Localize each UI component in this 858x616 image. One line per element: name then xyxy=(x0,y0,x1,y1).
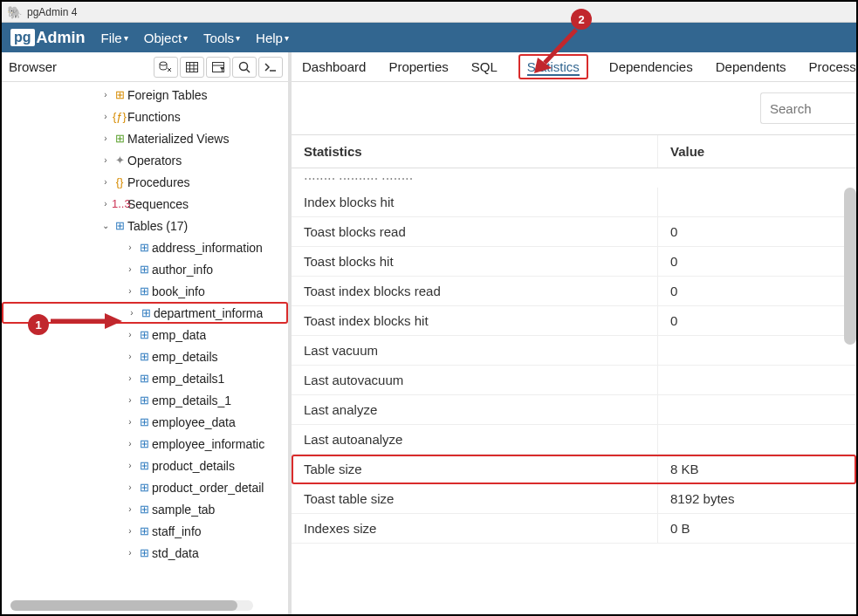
chevron-down-icon: ▾ xyxy=(124,33,128,43)
chevron-icon[interactable]: › xyxy=(124,243,136,252)
menu-file[interactable]: File▾ xyxy=(101,31,128,45)
tab-dependents[interactable]: Dependents xyxy=(714,54,788,79)
chevron-icon[interactable]: › xyxy=(124,264,136,274)
chevron-icon[interactable]: › xyxy=(126,308,138,318)
horizontal-scrollbar[interactable] xyxy=(10,600,253,611)
svg-point-0 xyxy=(160,62,167,65)
chevron-icon[interactable]: › xyxy=(124,330,136,339)
stats-cell-statistic: Toast index blocks read xyxy=(292,277,658,305)
stats-row: Last vacuum xyxy=(292,336,856,366)
tree-item-employee-data[interactable]: ›⊞employee_data xyxy=(2,411,288,433)
tree-item-functions[interactable]: ›{ƒ}Functions xyxy=(2,106,288,127)
stats-cell-statistic: Toast blocks hit xyxy=(292,247,658,276)
tree-item-emp-details-1[interactable]: ›⊞emp_details_1 xyxy=(2,389,288,411)
chevron-icon[interactable]: › xyxy=(100,133,112,143)
search-objects-button[interactable] xyxy=(232,57,257,78)
tree-item-author-info[interactable]: ›⊞author_info xyxy=(2,258,288,280)
tree-item-emp-details[interactable]: ›⊞emp_details xyxy=(2,346,288,367)
chevron-icon[interactable]: › xyxy=(124,439,136,448)
browser-title: Browser xyxy=(7,59,152,74)
tree-item-operators[interactable]: ›✦Operators xyxy=(2,149,288,171)
tree-item-foreign-tables[interactable]: ›⊞Foreign Tables xyxy=(2,84,288,106)
tree-node-icon: ⊞ xyxy=(112,132,127,145)
tab-sql[interactable]: SQL xyxy=(470,54,499,79)
tree-node-label: Sequences xyxy=(127,197,189,211)
chevron-icon[interactable]: › xyxy=(124,504,136,514)
tree-item-address-information[interactable]: ›⊞address_information xyxy=(2,236,288,258)
chevron-icon[interactable]: › xyxy=(124,352,136,361)
chevron-icon[interactable]: › xyxy=(100,90,112,99)
menu-help[interactable]: Help▾ xyxy=(256,31,289,45)
tree-item-tables-17-[interactable]: ⌄⊞Tables (17) xyxy=(2,215,288,236)
chevron-icon[interactable]: › xyxy=(100,112,112,121)
chevron-icon[interactable]: › xyxy=(124,395,136,405)
chevron-icon[interactable]: › xyxy=(124,526,136,536)
tree-item-book-info[interactable]: ›⊞book_info xyxy=(2,280,288,302)
stats-cell-value: 8192 bytes xyxy=(658,484,856,513)
tab-dashboard[interactable]: Dashboard xyxy=(300,54,367,79)
vertical-scrollbar[interactable] xyxy=(844,188,856,345)
tree-node-label: Functions xyxy=(127,110,181,124)
stats-cell-value: 0 xyxy=(658,306,856,335)
menu-file-label: File xyxy=(101,31,122,45)
chevron-icon[interactable]: › xyxy=(124,417,136,427)
query-tool-button[interactable] xyxy=(154,57,178,78)
tab-dependencies[interactable]: Dependencies xyxy=(607,54,695,79)
stats-row: Toast table size8192 bytes xyxy=(292,484,856,514)
chevron-icon[interactable]: › xyxy=(124,483,136,492)
menu-tools[interactable]: Tools▾ xyxy=(203,31,240,45)
tree-node-label: employee_informatic xyxy=(152,437,264,451)
stats-cell-statistic: Toast blocks read xyxy=(292,217,658,246)
chevron-icon[interactable]: ⌄ xyxy=(100,221,112,230)
menubar: pg Admin File▾ Object▾ Tools▾ Help▾ xyxy=(2,23,856,52)
stats-row: Toast index blocks hit0 xyxy=(292,306,856,336)
filter-rows-button[interactable] xyxy=(206,57,230,78)
tree-item-product-details[interactable]: ›⊞product_details xyxy=(2,455,288,476)
tree-item-sample-tab[interactable]: ›⊞sample_tab xyxy=(2,498,288,520)
stats-col-header-value[interactable]: Value xyxy=(658,135,856,168)
tree-node-label: sample_tab xyxy=(152,503,215,517)
tree-node-icon: ⊞ xyxy=(136,437,152,450)
tree-node-icon: 1..3 xyxy=(112,197,127,210)
chevron-icon[interactable]: › xyxy=(100,155,112,165)
chevron-icon[interactable]: › xyxy=(124,461,136,470)
view-data-button[interactable] xyxy=(180,57,204,78)
chevron-icon[interactable]: › xyxy=(124,548,136,558)
stats-cell-value xyxy=(658,336,856,365)
tab-processes[interactable]: Processes xyxy=(807,54,856,79)
chevron-icon[interactable]: › xyxy=(124,286,136,296)
psql-tool-button[interactable] xyxy=(258,57,283,78)
search-input[interactable] xyxy=(760,92,856,124)
tree-node-label: Materialized Views xyxy=(127,132,229,146)
window-title: pgAdmin 4 xyxy=(27,6,77,18)
chevron-icon[interactable]: › xyxy=(124,373,136,383)
stats-row: Index blocks hit xyxy=(292,188,856,217)
truncated-row-hint: ‥‥‥‥ ‥‥‥‥‥ ‥‥‥‥ xyxy=(292,168,856,188)
search-icon xyxy=(238,61,251,73)
tree-item-std-data[interactable]: ›⊞std_data xyxy=(2,542,288,564)
stats-cell-value: 8 KB xyxy=(658,455,856,483)
tree-item-staff-info[interactable]: ›⊞staff_info xyxy=(2,520,288,542)
stats-col-header-statistic[interactable]: Statistics xyxy=(292,135,658,168)
chevron-icon[interactable]: › xyxy=(100,199,112,209)
filter-table-icon xyxy=(212,62,224,72)
menu-object[interactable]: Object▾ xyxy=(144,31,188,45)
stats-cell-statistic: Last autoanalyze xyxy=(292,425,658,454)
stats-cell-statistic: Last analyze xyxy=(292,395,658,424)
table-grid-icon xyxy=(186,62,198,72)
tree-item-procedures[interactable]: ›{}Procedures xyxy=(2,171,288,193)
scrollbar-thumb[interactable] xyxy=(10,600,237,611)
tree-item-employee-informatic[interactable]: ›⊞employee_informatic xyxy=(2,433,288,455)
logo-admin: Admin xyxy=(37,29,86,47)
tree-node-icon: ⊞ xyxy=(136,284,152,298)
stats-cell-statistic: Table size xyxy=(292,455,658,483)
chevron-icon[interactable]: › xyxy=(100,177,112,187)
tree-item-emp-details1[interactable]: ›⊞emp_details1 xyxy=(2,367,288,389)
tree-node-label: Foreign Tables xyxy=(127,88,208,102)
tree-item-materialized-views[interactable]: ›⊞Materialized Views xyxy=(2,127,288,149)
tree-item-product-order-detail[interactable]: ›⊞product_order_detail xyxy=(2,476,288,498)
object-tree[interactable]: ›⊞Foreign Tables›{ƒ}Functions›⊞Materiali… xyxy=(2,82,288,614)
tree-item-sequences[interactable]: ›1..3Sequences xyxy=(2,193,288,215)
tab-properties[interactable]: Properties xyxy=(387,54,450,79)
main-content: Dashboard Properties SQL Statistics Depe… xyxy=(292,52,856,614)
